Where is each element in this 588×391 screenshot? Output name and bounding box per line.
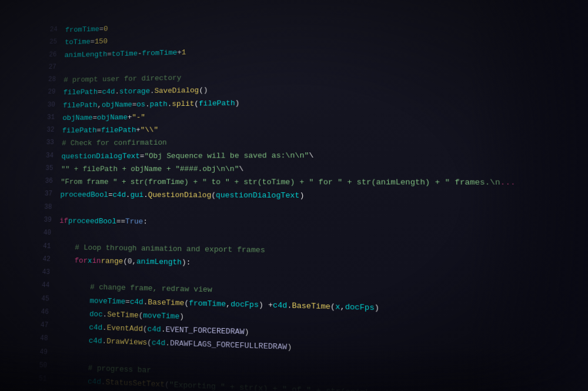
- code-token: fromTime: [65, 24, 99, 36]
- code-token: os: [136, 98, 145, 111]
- line-number: 52: [25, 386, 46, 391]
- code-token: ": [141, 111, 145, 123]
- code-token: StatusSetText: [105, 376, 165, 391]
- code-token: docFps: [345, 300, 375, 315]
- line-number: 32: [33, 125, 54, 136]
- line-number: 44: [28, 280, 50, 292]
- code-token: if: [59, 215, 68, 228]
- line-number: 38: [31, 202, 52, 213]
- code-token: DrawViews: [106, 335, 147, 349]
- code-line: 35 "" + filePath + objName + "####.obj\n…: [61, 162, 582, 176]
- code-token: (: [211, 189, 216, 202]
- code-token: QuestionDialog: [148, 189, 212, 202]
- line-number: 35: [32, 163, 53, 175]
- line-number: 47: [26, 320, 48, 332]
- code-token: True: [125, 216, 143, 229]
- line-number: 26: [36, 49, 57, 61]
- code-token: animLength: [136, 255, 182, 269]
- code-token: ):: [182, 256, 191, 269]
- code-token: c4d: [88, 376, 101, 389]
- code-token: gui: [130, 189, 143, 202]
- line-number: 42: [29, 254, 51, 266]
- code-token: "Obj Sequence will be saved as:\n\n": [144, 149, 309, 163]
- code-token: ,: [226, 298, 230, 311]
- code-token: filePath: [199, 97, 235, 110]
- code-token: (0,: [123, 255, 136, 268]
- code-token: "\\": [141, 124, 159, 136]
- line-number: 48: [26, 333, 48, 345]
- code-token: 0: [103, 24, 108, 36]
- line-number: 31: [34, 112, 55, 123]
- code-token: ): [375, 301, 380, 315]
- code-token: c4d: [112, 189, 126, 202]
- code-token: \: [239, 163, 243, 176]
- line-number: 51: [25, 373, 46, 385]
- code-token: "From frame " + str(fromTime) + " to " +…: [61, 176, 500, 190]
- code-token: questionDialogText: [216, 189, 299, 202]
- code-token: 150: [95, 36, 108, 48]
- code-token: :: [143, 216, 148, 229]
- code-token: proceedBool: [60, 189, 108, 202]
- code-token: objName: [102, 99, 132, 112]
- line-number: 24: [36, 25, 58, 36]
- code-token: ) +: [259, 299, 273, 312]
- code-token: moveTime: [143, 309, 179, 323]
- code-token: ...: [500, 176, 516, 190]
- code-token: # prompt user for directory: [64, 72, 181, 86]
- code-token: \: [309, 149, 313, 162]
- code-token: animLength: [64, 48, 107, 61]
- code-token: ): [299, 190, 304, 203]
- code-token: moveTime: [89, 295, 125, 308]
- code-token: doc: [89, 308, 103, 321]
- code-token: proceedBool: [68, 215, 117, 228]
- code-content: 24fromTime = 025toTime = 15026animLength…: [52, 9, 588, 391]
- code-token: c4d: [273, 299, 287, 312]
- line-number: 45: [28, 293, 49, 305]
- line-number: 49: [26, 346, 48, 359]
- code-token: ): [245, 326, 249, 339]
- line-number: 34: [32, 151, 54, 162]
- code-token: in: [92, 255, 101, 268]
- code-token: 1: [182, 46, 186, 59]
- code-token: ): [287, 341, 292, 355]
- line-number: 37: [31, 189, 53, 200]
- code-token: (: [330, 300, 335, 314]
- code-token: filePath: [63, 86, 98, 99]
- code-token: path: [149, 98, 167, 111]
- code-token: objName: [62, 112, 93, 124]
- line-number: 40: [30, 228, 52, 239]
- line-number: 43: [28, 267, 50, 279]
- code-line: 36 "From frame " + str(fromTime) + " to …: [61, 176, 582, 190]
- line-number: 41: [29, 240, 51, 252]
- code-token: ): [179, 310, 184, 323]
- code-token: docFps: [230, 298, 259, 312]
- line-number: 25: [36, 37, 57, 48]
- code-token: x: [335, 300, 340, 314]
- code-token: toTime: [111, 48, 138, 61]
- code-token: # progress bar: [88, 362, 151, 377]
- code-token: SaveDialog: [154, 85, 199, 98]
- code-token: c4d: [102, 86, 115, 98]
- line-number: 36: [32, 176, 53, 188]
- line-number: 28: [35, 75, 56, 86]
- code-token: # Check for confirmation: [62, 137, 167, 150]
- code-line: 34questionDialogText = "Obj Sequence wil…: [61, 148, 581, 163]
- line-number: 39: [30, 215, 52, 226]
- code-token: ): [235, 97, 240, 109]
- line-number: 50: [25, 360, 47, 372]
- code-token: EventAdd: [106, 322, 143, 336]
- line-number: 30: [34, 100, 55, 111]
- line-number: 46: [27, 306, 49, 318]
- code-token: ,: [340, 300, 345, 314]
- code-token: for: [74, 255, 88, 268]
- code-token: split: [172, 98, 194, 111]
- code-token: BaseTime: [148, 296, 184, 310]
- code-token: (): [199, 85, 208, 97]
- code-token: fromTime: [142, 46, 177, 59]
- code-token: BaseTime: [292, 299, 330, 313]
- code-token: range: [101, 255, 123, 268]
- code-token: EVENT_FORCEREDRAW: [165, 323, 244, 339]
- code-token: questionDialogText: [61, 150, 140, 163]
- code-token: filePath: [63, 99, 98, 112]
- code-token: c4d: [152, 337, 166, 350]
